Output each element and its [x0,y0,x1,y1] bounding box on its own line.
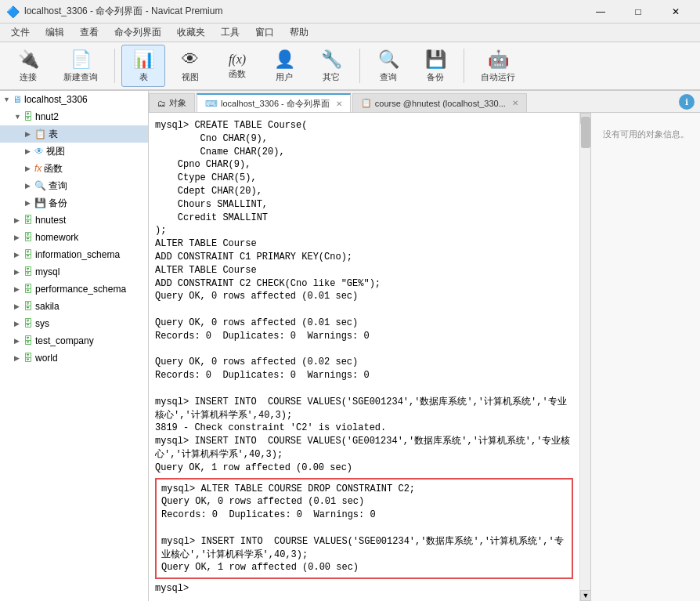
sidebar-item-world[interactable]: ▶ 🗄 world [0,349,148,367]
query-label: 查询 [380,71,397,83]
toolbar-backup[interactable]: 💾 备份 [413,45,457,87]
query-icon: 🔍 [378,49,399,70]
table-tree-icon: 📋 [34,129,46,139]
toolbar-divider-2 [359,49,360,83]
table-tree-label: 表 [49,128,58,141]
db-icon-hnutest: 🗄 [23,215,33,226]
sidebar-item-function[interactable]: ▶ fx 函数 [0,160,148,177]
main-content: mysql> CREATE TABLE Course( Cno CHAR(9),… [149,113,700,601]
server-icon: 🖥 [13,94,22,105]
menu-item-查看[interactable]: 查看 [72,24,106,41]
sidebar-item-test-company[interactable]: ▶ 🗄 test_company [0,332,148,349]
toolbar-divider-3 [464,49,464,83]
toolbar-other[interactable]: 🔧 其它 [309,45,353,87]
function-label: 函数 [229,68,246,80]
highlighted-content: mysql> ALTER TABLE COURSE DROP CONSTRAIN… [161,483,567,575]
toolbar-user[interactable]: 👤 用户 [262,45,306,87]
query-tree-icon: 🔍 [34,180,46,191]
view-icon: 👁 [182,49,199,70]
other-icon: 🔧 [321,49,342,70]
function-icon: f(x) [229,52,246,67]
user-label: 用户 [276,71,293,83]
info-button[interactable]: ℹ [679,94,695,110]
toolbar-query[interactable]: 🔍 查询 [366,45,410,87]
backup-label: 备份 [427,71,444,83]
terminal-panel[interactable]: mysql> CREATE TABLE Course( Cno CHAR(9),… [149,113,579,601]
expand-icon-hnutest: ▶ [14,216,22,224]
expand-icon-view: ▶ [25,147,33,155]
expand-icon-world: ▶ [14,354,22,362]
sidebar-item-hnutest[interactable]: ▶ 🗄 hnutest [0,212,148,229]
menu-item-工具[interactable]: 工具 [213,24,247,41]
tab-cmdline-close[interactable]: ✕ [336,100,342,108]
tab-cmdline[interactable]: ⌨ localhost_3306 - 命令列界面 ✕ [197,93,351,112]
expand-icon-table: ▶ [25,130,33,138]
menu-item-命令列界面[interactable]: 命令列界面 [106,24,169,41]
sidebar-item-information-schema[interactable]: ▶ 🗄 information_schema [0,246,148,263]
terminal-scrollbar[interactable]: ▲ ▼ [579,113,590,601]
homework-label: homework [35,232,78,243]
world-label: world [35,353,58,364]
connect-label: 连接 [20,71,37,83]
tab-object-label: 对象 [169,97,186,109]
expand-icon-function: ▶ [25,165,33,172]
hnut2-label: hnut2 [35,111,59,122]
sidebar-item-view[interactable]: ▶ 👁 视图 [0,143,148,160]
table-label: 表 [139,71,148,83]
window-controls: — □ ✕ [583,0,694,24]
toolbar-function[interactable]: f(x) 函数 [215,45,259,87]
sidebar-item-query[interactable]: ▶ 🔍 查询 [0,177,148,194]
menu-item-收藏夹[interactable]: 收藏夹 [169,24,213,41]
terminal-prompt: mysql> [155,582,573,596]
sakila-label: sakila [35,301,60,312]
maximize-button[interactable]: □ [620,0,656,24]
expand-icon-hnut2: ▼ [14,113,22,121]
expand-icon-sys: ▶ [14,320,22,328]
tab-object[interactable]: 🗂 对象 [149,93,195,112]
expand-icon-test-company: ▶ [14,337,22,345]
toolbar-view[interactable]: 👁 视图 [168,45,212,87]
test-company-label: test_company [35,335,94,346]
toolbar: 🔌 连接 📄 新建查询 📊 表 👁 视图 f(x) 函数 👤 用户 🔧 其它 🔍… [0,42,700,91]
toolbar-divider-1 [114,49,115,83]
table-icon: 📊 [133,49,154,70]
backup-icon: 💾 [425,49,446,70]
sidebar-item-sys[interactable]: ▶ 🗄 sys [0,315,148,332]
toolbar-autorun[interactable]: 🤖 自动运行 [471,45,525,87]
connect-icon: 🔌 [18,49,39,70]
toolbar-new-query[interactable]: 📄 新建查询 [53,45,108,87]
expand-icon-backup: ▶ [25,199,33,207]
sidebar-item-table[interactable]: ▶ 📋 表 [0,125,148,143]
sidebar-item-localhost[interactable]: ▼ 🖥 localhost_3306 [0,91,148,108]
minimize-button[interactable]: — [583,0,619,24]
info-panel: 没有可用的对象信息。 [590,113,700,601]
scroll-down-button[interactable]: ▼ [580,590,590,601]
db-icon-homework: 🗄 [23,232,33,243]
other-label: 其它 [323,71,340,83]
backup-tree-label: 备份 [49,197,67,210]
hnutest-label: hnutest [35,215,66,226]
new-query-label: 新建查询 [63,71,98,83]
close-button[interactable]: ✕ [658,0,694,24]
sidebar-item-backup[interactable]: ▶ 💾 备份 [0,194,148,212]
sidebar-item-homework[interactable]: ▶ 🗄 homework [0,229,148,246]
tab-course[interactable]: 📋 course @hnutest (localhost_330... ✕ [352,93,527,112]
menu-item-帮助[interactable]: 帮助 [282,24,316,41]
toolbar-table[interactable]: 📊 表 [121,45,165,87]
localhost-label: localhost_3306 [24,94,88,105]
sidebar-item-performance-schema[interactable]: ▶ 🗄 performance_schema [0,281,148,298]
scroll-thumb[interactable] [581,117,590,148]
view-label: 视图 [182,71,199,83]
toolbar-connect[interactable]: 🔌 连接 [6,45,50,87]
menu-item-编辑[interactable]: 编辑 [38,24,72,41]
sidebar-item-sakila[interactable]: ▶ 🗄 sakila [0,298,148,315]
sidebar-item-hnut2[interactable]: ▼ 🗄 hnut2 [0,108,148,125]
sidebar-item-mysql[interactable]: ▶ 🗄 mysql [0,263,148,281]
expand-icon-information-schema: ▶ [14,251,22,259]
menu-item-窗口[interactable]: 窗口 [247,24,282,41]
terminal-highlighted-block: mysql> ALTER TABLE COURSE DROP CONSTRAIN… [155,478,573,580]
tab-course-close[interactable]: ✕ [512,99,518,107]
menu-item-文件[interactable]: 文件 [3,24,38,41]
tab-object-icon: 🗂 [157,99,166,108]
backup-tree-icon: 💾 [34,197,46,208]
